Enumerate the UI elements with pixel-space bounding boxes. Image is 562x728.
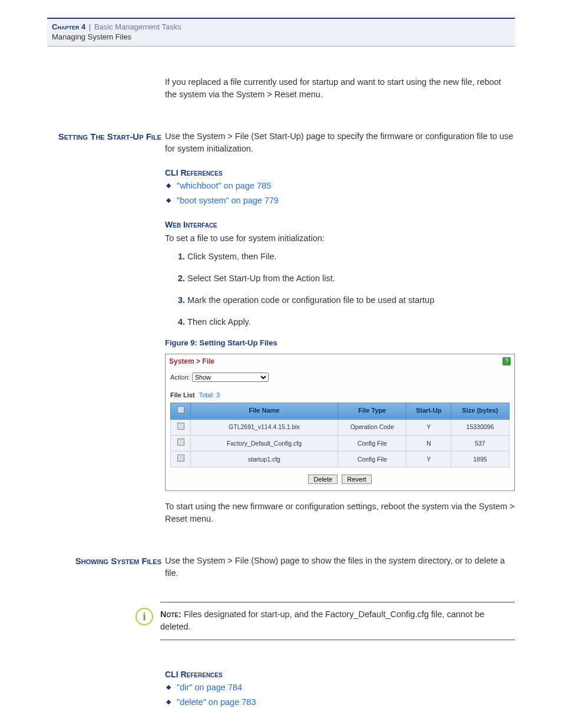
cli-link-list: "whichboot" on page 785 "boot system" on…: [165, 180, 515, 207]
cell-filename: Factory_Default_Config.cfg: [191, 436, 338, 452]
file-list-label: File List: [170, 391, 195, 398]
col-filename: File Name: [191, 403, 338, 419]
step-3: Mark the operation code or configuration…: [187, 295, 434, 305]
step-1: Click System, then File.: [187, 252, 277, 261]
breadcrumb: System > File: [169, 357, 214, 367]
chapter-title: Basic Management Tasks: [94, 22, 181, 31]
figure-screenshot: System > File ? Action: Show File List T…: [165, 354, 515, 492]
action-select[interactable]: Show: [192, 373, 269, 382]
section-subtitle: Managing System Files: [52, 32, 510, 41]
step-2: Select Set Start-Up from the Action list…: [187, 274, 335, 283]
note-content: Files designated for start-up, and the F…: [160, 610, 484, 631]
cell-filename: GTL2691_v114.4.15.1.bix: [191, 419, 338, 435]
cell-size: 15330096: [451, 419, 509, 435]
action-label: Action:: [170, 374, 190, 381]
cli-link-delete[interactable]: "delete" on page 783: [177, 697, 256, 707]
col-startup: Start-Up: [406, 403, 451, 419]
select-all-checkbox[interactable]: [177, 406, 184, 413]
note-icon: i: [135, 608, 153, 625]
row-checkbox[interactable]: [177, 423, 184, 430]
table-row: startup1.cfg Config File Y 1895: [171, 452, 510, 467]
chapter-label: Chapter 4: [52, 22, 85, 31]
cell-filetype: Operation Code: [338, 419, 406, 435]
intro-text: If you replaced a file currently used fo…: [165, 76, 515, 101]
section2-intro: Use the System > File (Show) page to sho…: [165, 555, 515, 579]
table-row: Factory_Default_Config.cfg Config File N…: [171, 436, 510, 452]
figure-caption: Figure 9: Setting Start-Up Files: [165, 338, 515, 349]
cell-size: 537: [451, 436, 509, 452]
cli-references-heading-2: CLI References: [165, 668, 515, 680]
cell-filename: startup1.cfg: [191, 452, 338, 467]
table-row: GTL2691_v114.4.15.1.bix Operation Code Y…: [171, 419, 510, 435]
page-header: Chapter 4 | Basic Management Tasks Manag…: [47, 18, 515, 47]
section1-intro: Use the System > File (Set Start-Up) pag…: [165, 130, 515, 155]
col-filetype: File Type: [338, 403, 406, 419]
revert-button[interactable]: Revert: [342, 475, 371, 484]
row-checkbox[interactable]: [177, 439, 184, 446]
note-box: Note: Files designated for start-up, and…: [160, 602, 515, 640]
cell-startup: Y: [406, 419, 451, 435]
step-4: Then click Apply.: [187, 317, 251, 327]
file-list-total: Total: 3: [199, 391, 220, 398]
cell-startup: Y: [406, 452, 451, 467]
cell-startup: N: [406, 436, 451, 452]
section-heading-showing: Showing System Files: [47, 555, 165, 588]
delete-button[interactable]: Delete: [308, 475, 338, 484]
web-interface-heading: Web Interface: [165, 219, 515, 230]
section-heading-startup: Setting The Start-Up File: [47, 130, 165, 533]
steps-list: 1.Click System, then File. 2.Select Set …: [165, 251, 515, 328]
cell-size: 1895: [451, 452, 509, 467]
cli-link-bootsystem[interactable]: "boot system" on page 779: [177, 196, 279, 205]
header-separator: |: [89, 22, 91, 31]
cli-link-list-2: "dir" on page 784 "delete" on page 783: [165, 681, 515, 709]
cli-link-whichboot[interactable]: "whichboot" on page 785: [177, 181, 271, 190]
cli-link-dir[interactable]: "dir" on page 784: [177, 683, 242, 692]
cell-filetype: Config File: [338, 436, 406, 452]
row-checkbox[interactable]: [177, 454, 184, 462]
cli-references-heading: CLI References: [165, 167, 515, 179]
help-icon[interactable]: ?: [503, 357, 511, 365]
file-table: File Name File Type Start-Up Size (bytes…: [170, 403, 510, 468]
note-label: Note:: [160, 610, 181, 619]
web-intro: To set a file to use for system initiali…: [165, 232, 515, 245]
after-figure-text: To start using the new firmware or confi…: [165, 500, 515, 525]
col-size: Size (bytes): [451, 403, 509, 419]
cell-filetype: Config File: [338, 452, 406, 467]
